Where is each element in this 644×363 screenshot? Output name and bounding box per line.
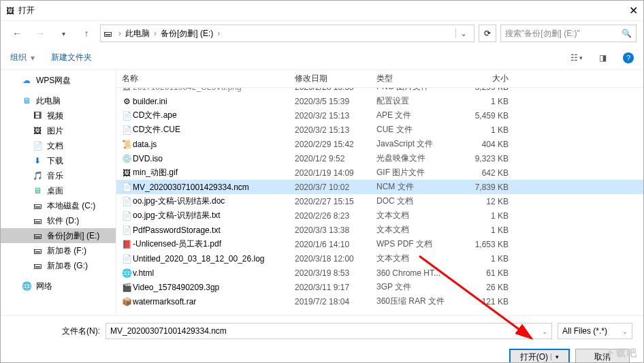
forward-button[interactable]: →	[31, 24, 50, 43]
cell-type: 文本文档	[376, 210, 458, 221]
cell-name: watermarksoft.rar	[133, 297, 295, 306]
sidebar-item[interactable]: 🖴软件 (D:)	[1, 213, 116, 228]
table-row[interactable]: 🖼20171020113042_CL5Vu.png2020/2/28 13:35…	[116, 88, 643, 94]
table-row[interactable]: 📄oo.jpg-文稿-识别结果.txt2020/2/26 8:23文本文档1 K…	[116, 208, 643, 223]
cell-type: DOC 文档	[376, 195, 458, 207]
breadcrumb[interactable]: 🖴 › 此电脑 › 备份[勿删] (E:) › ⌄	[100, 25, 474, 42]
cell-date: 2020/3/11 9:17	[295, 283, 376, 292]
new-folder-button[interactable]: 新建文件夹	[51, 52, 92, 63]
column-type[interactable]: 类型	[376, 73, 458, 84]
sidebar-item[interactable]: 🖴备份[勿删] (E:)	[1, 228, 116, 243]
cell-type: 配置设置	[376, 95, 458, 107]
table-row[interactable]: ⚙builder.ini2020/3/5 15:39配置设置1 KB	[116, 94, 643, 108]
cancel-button[interactable]: 取消	[575, 349, 630, 363]
sidebar-item-icon: 🖴	[32, 231, 43, 240]
table-row[interactable]: 📄oo.jpg-文稿-识别结果.doc2020/2/27 15:15DOC 文档…	[116, 194, 643, 208]
sidebar-item[interactable]: 🎞视频	[1, 108, 116, 123]
sidebar-item-label: 桌面	[47, 185, 63, 197]
view-button[interactable]: ☷ ▾	[570, 53, 583, 63]
cell-size: 404 KB	[458, 140, 513, 149]
chevron-down-icon: ⌄	[622, 328, 628, 335]
cloud-icon: ☁	[21, 76, 32, 85]
sidebar-item[interactable]: 🎵音乐	[1, 168, 116, 183]
sidebar-item-icon: 🎞	[32, 111, 43, 121]
cell-date: 2020/1/2 9:52	[295, 154, 376, 163]
preview-button[interactable]: ◨	[599, 53, 607, 63]
sidebar-item[interactable]: 🖥桌面	[1, 183, 116, 198]
table-row[interactable]: 📄CD文件.ape2020/3/2 15:13APE 文件5,459 KB	[116, 108, 643, 123]
sidebar-item-thispc[interactable]: 🖥 此电脑	[1, 93, 116, 108]
sidebar-item-wps[interactable]: ☁ WPS网盘	[1, 73, 116, 88]
sidebar-item-network[interactable]: 🌐 网络	[1, 279, 116, 294]
cell-type: WPS PDF 文档	[376, 238, 458, 250]
breadcrumb-dropdown[interactable]: ⌄	[455, 29, 471, 38]
cell-size: 1,653 KB	[458, 240, 513, 249]
table-row[interactable]: 📄PdfPasswordStorage.txt2020/3/3 13:38文本文…	[116, 223, 643, 237]
cell-date: 2020/2/29 15:42	[295, 140, 376, 149]
recent-dropdown[interactable]: ▾	[54, 24, 73, 43]
sidebar-item-label: 网络	[36, 281, 52, 292]
search-input[interactable]: 搜索"备份[勿删] (E:)" 🔍	[500, 25, 637, 42]
filter-dropdown[interactable]: All Files (*.*) ⌄	[558, 323, 632, 339]
filter-value: All Files (*.*)	[562, 326, 607, 336]
cell-size: 1 KB	[458, 125, 513, 135]
back-button[interactable]: ←	[7, 24, 27, 43]
help-icon[interactable]: ?	[623, 52, 634, 63]
cell-date: 2020/1/6 14:10	[295, 240, 376, 249]
up-button[interactable]: ↑	[77, 24, 96, 43]
cell-date: 2020/3/3 13:38	[295, 225, 376, 235]
file-icon: 🖼	[120, 168, 133, 178]
breadcrumb-item[interactable]: 此电脑	[125, 28, 150, 40]
table-row[interactable]: 📜data.js2020/2/29 15:42JavaScript 文件404 …	[116, 137, 643, 151]
column-date[interactable]: 修改日期	[295, 73, 376, 84]
sidebar-item-icon: 🖴	[32, 201, 43, 210]
sidebar-item-icon: 🖴	[32, 261, 43, 270]
cell-size: 3,299 KB	[458, 88, 513, 92]
cell-date: 2020/3/2 15:13	[295, 111, 376, 121]
cell-name: Untitled_2020_03_18_12_00_26.log	[133, 254, 295, 264]
sidebar-item[interactable]: 🖴新加卷 (F:)	[1, 243, 116, 258]
sidebar-item[interactable]: ⬇下载	[1, 153, 116, 168]
table-row[interactable]: 📄Untitled_2020_03_18_12_00_26.log2020/3/…	[116, 251, 643, 266]
sidebar-item-label: 文档	[47, 140, 63, 152]
sidebar-item[interactable]: 🖴新加卷 (G:)	[1, 258, 116, 273]
search-icon: 🔍	[622, 29, 632, 38]
file-icon: 📄	[120, 211, 133, 221]
sidebar-item-label: 视频	[47, 110, 63, 122]
chevron-down-icon[interactable]: ⌄	[542, 328, 547, 335]
cell-type: PNG 图片文件	[376, 88, 458, 93]
table-row[interactable]: 📕-Unlicensed-员工表1.pdf2020/1/6 14:10WPS P…	[116, 237, 643, 251]
file-icon: ⚙	[120, 97, 133, 106]
column-size[interactable]: 大小	[458, 73, 513, 84]
refresh-button[interactable]: ⟳	[479, 25, 496, 42]
open-button[interactable]: 打开(O) ▾	[509, 349, 570, 363]
cell-date: 2020/2/27 15:15	[295, 197, 376, 206]
breadcrumb-item[interactable]: 备份[勿删] (E:)	[161, 28, 213, 40]
sidebar-item[interactable]: 📄文档	[1, 138, 116, 153]
table-row[interactable]: 🎬Video_1578490209.3gp2020/3/11 9:173GP 文…	[116, 280, 643, 294]
organize-menu[interactable]: 组织	[10, 52, 27, 63]
file-icon: 📄	[120, 183, 133, 192]
cell-date: 2019/7/2 18:04	[295, 297, 376, 306]
sidebar-item-label: 图片	[47, 125, 63, 137]
sidebar-item[interactable]: 🖼图片	[1, 123, 116, 138]
sidebar-item-label: WPS网盘	[36, 75, 71, 86]
table-row[interactable]: 🌐v.html2020/3/19 8:53360 Chrome HT...61 …	[116, 266, 643, 280]
table-row[interactable]: 📦watermarksoft.rar2019/7/2 18:04360压缩 RA…	[116, 294, 643, 309]
table-row[interactable]: 📄CD文件.CUE2020/3/2 15:13CUE 文件1 KB	[116, 123, 643, 137]
column-name[interactable]: 名称	[120, 73, 295, 84]
table-row[interactable]: 🖼min_动图.gif2020/1/19 14:09GIF 图片文件642 KB	[116, 165, 643, 180]
cell-type: 360 Chrome HT...	[376, 268, 458, 278]
filename-input[interactable]: MV_202003071001429334.ncm ⌄	[106, 323, 552, 339]
sidebar-item-icon: ⬇	[32, 156, 43, 165]
sidebar-item-icon: 🖴	[32, 246, 43, 255]
file-icon: 📦	[120, 297, 133, 306]
sidebar-item-label: 备份[勿删] (E:)	[47, 230, 99, 242]
sidebar-item[interactable]: 🖴本地磁盘 (C:)	[1, 198, 116, 213]
drive-icon: 🖴	[103, 29, 114, 38]
table-row[interactable]: 💿DVD.iso2020/1/2 9:52光盘映像文件9,323 KB	[116, 151, 643, 165]
close-icon[interactable]: ✕	[617, 4, 638, 17]
table-row[interactable]: 📄MV_202003071001429334.ncm2020/3/7 10:02…	[116, 180, 643, 194]
file-icon: 💿	[120, 154, 133, 163]
cell-size: 1 KB	[458, 211, 513, 221]
